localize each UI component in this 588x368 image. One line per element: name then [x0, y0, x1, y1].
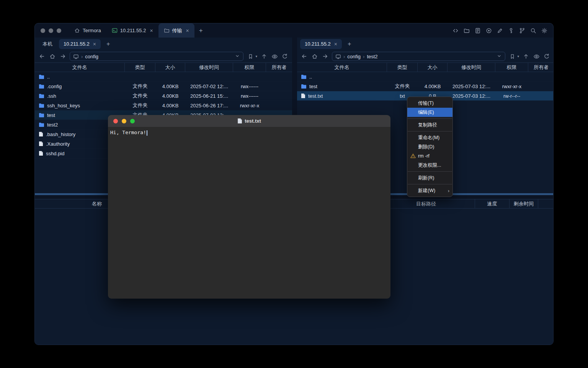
column-header[interactable]: 文件名: [297, 63, 387, 72]
bookmark-icon[interactable]: [247, 53, 254, 60]
path-input[interactable]: › config: [70, 52, 243, 61]
new-tab-button[interactable]: +: [194, 23, 207, 38]
log-notes-icon[interactable]: [474, 27, 481, 34]
menu-item-label: 删除(D): [418, 144, 434, 150]
tab-local-machine[interactable]: 本机: [38, 39, 57, 49]
left-panel-tab-bar: 本机 10.211.55.2 × +: [35, 38, 292, 50]
file-size: 4.00KB: [155, 84, 185, 89]
tab-transfer[interactable]: 传输 ×: [158, 23, 194, 38]
menu-item[interactable]: 删除(D): [407, 142, 452, 151]
home-button[interactable]: [311, 53, 318, 60]
column-header[interactable]: 类型: [387, 63, 418, 72]
close-tab-icon[interactable]: ×: [150, 28, 153, 33]
path-input[interactable]: › config › test2: [332, 52, 505, 61]
window-zoom-button[interactable]: [130, 119, 135, 123]
forward-button[interactable]: [59, 53, 66, 60]
column-header[interactable]: 文件名: [35, 63, 125, 72]
window-close-button[interactable]: [113, 119, 118, 123]
editor-titlebar[interactable]: test.txt: [108, 115, 390, 127]
column-header[interactable]: 权限: [233, 63, 266, 72]
file-row[interactable]: test文件夹4.00KB2025-07-03 12:...rwxr-xr-x: [297, 82, 554, 91]
menu-item[interactable]: 传输(T): [407, 99, 452, 108]
menu-item[interactable]: 复制路径: [407, 120, 452, 130]
window-close-button[interactable]: [41, 28, 45, 33]
close-tab-icon[interactable]: ×: [334, 41, 337, 47]
chevron-down-icon[interactable]: [497, 53, 502, 60]
column-header[interactable]: 所有者: [528, 63, 554, 72]
path-segment[interactable]: config: [347, 54, 361, 59]
bookmark-icon[interactable]: [509, 53, 516, 60]
column-header[interactable]: 修改时间: [448, 63, 495, 72]
menu-item[interactable]: 刷新(R): [407, 173, 452, 182]
file-size: 4.00KB: [418, 84, 448, 89]
parent-directory-button[interactable]: [523, 53, 529, 60]
menu-item[interactable]: 重命名(M): [407, 133, 452, 142]
file-modified: 2025-07-03 12:...: [448, 93, 495, 99]
file-icon: [301, 93, 305, 99]
new-panel-tab-button[interactable]: +: [344, 41, 355, 48]
back-button[interactable]: [39, 53, 46, 60]
window-zoom-button[interactable]: [57, 28, 61, 33]
home-button[interactable]: [49, 53, 56, 60]
show-hidden-eye-icon[interactable]: [533, 53, 540, 60]
file-row[interactable]: ..: [35, 72, 292, 82]
file-row[interactable]: ssh_host_keys文件夹4.00KB2025-06-26 17:...r…: [35, 101, 292, 110]
titlebar: Termora 10.211.55.2 × 传输 × +: [35, 23, 553, 38]
code-icon[interactable]: [452, 27, 459, 34]
tab-host-session[interactable]: 10.211.55.2 ×: [106, 23, 158, 38]
folder-icon: [301, 84, 307, 89]
file-row[interactable]: .ssh文件夹4.00KB2025-06-21 15:...rwx------: [35, 91, 292, 101]
column-header[interactable]: 类型: [125, 63, 155, 72]
column-header[interactable]: 大小: [418, 63, 448, 72]
window-minimize-button[interactable]: [122, 119, 126, 123]
record-icon[interactable]: [485, 27, 492, 34]
path-separator: ›: [343, 54, 345, 59]
column-header[interactable]: 大小: [155, 63, 185, 72]
file-name: .ssh: [47, 93, 56, 99]
menu-item[interactable]: 新建(W)›: [407, 186, 452, 195]
file-row[interactable]: .config文件夹4.00KB2025-07-02 12:...rwx----…: [35, 82, 292, 91]
file-row[interactable]: ..: [297, 72, 554, 82]
file-type: 文件夹: [387, 83, 418, 90]
editor-window-controls: [108, 119, 135, 123]
settings-gear-icon[interactable]: [541, 27, 548, 34]
file-modified: 2025-06-21 15:...: [185, 93, 233, 99]
bookmark-caret-icon[interactable]: ▾: [517, 54, 519, 58]
parent-directory-button[interactable]: [261, 53, 268, 60]
editor-content[interactable]: Hi, Termora!: [108, 127, 390, 299]
menu-item[interactable]: 更改权限...: [407, 161, 452, 170]
menu-item[interactable]: rm -rf: [407, 151, 452, 161]
window-minimize-button[interactable]: [49, 28, 53, 33]
refresh-icon[interactable]: [281, 53, 288, 60]
branch-icon[interactable]: [519, 27, 526, 34]
column-header[interactable]: 目标路径: [377, 199, 475, 208]
tab-remote-host[interactable]: 10.211.55.2 ×: [300, 39, 342, 49]
column-header[interactable]: 修改时间: [185, 63, 233, 72]
close-tab-icon[interactable]: ×: [186, 28, 189, 33]
tab-label: Termora: [83, 28, 101, 33]
refresh-icon[interactable]: [543, 53, 550, 60]
folder-icon[interactable]: [463, 27, 470, 34]
menu-item[interactable]: 编辑(E): [407, 108, 452, 117]
chevron-down-icon[interactable]: [235, 53, 240, 60]
column-header[interactable]: 剩余时间: [510, 199, 538, 208]
new-panel-tab-button[interactable]: +: [103, 41, 114, 48]
show-hidden-eye-icon[interactable]: [271, 53, 278, 60]
tab-remote-host[interactable]: 10.211.55.2 ×: [59, 39, 101, 49]
tab-termora[interactable]: Termora: [69, 23, 106, 38]
search-icon[interactable]: [530, 27, 537, 34]
pencil-icon[interactable]: [497, 27, 503, 34]
close-tab-icon[interactable]: ×: [93, 41, 96, 47]
forward-button[interactable]: [322, 53, 328, 60]
menu-item-label: rm -rf: [418, 153, 430, 159]
bookmark-caret-icon[interactable]: ▾: [255, 54, 257, 58]
folder-icon: [39, 113, 44, 118]
column-header[interactable]: 速度: [475, 199, 510, 208]
path-segment[interactable]: config: [85, 54, 98, 59]
column-header[interactable]: 所有者: [266, 63, 292, 72]
path-segment[interactable]: test2: [367, 54, 377, 59]
column-header[interactable]: 权限: [495, 63, 528, 72]
file-table-header: 文件名 类型 大小 修改时间 权限 所有者: [35, 62, 292, 72]
key-icon[interactable]: [508, 27, 514, 34]
back-button[interactable]: [301, 53, 308, 60]
